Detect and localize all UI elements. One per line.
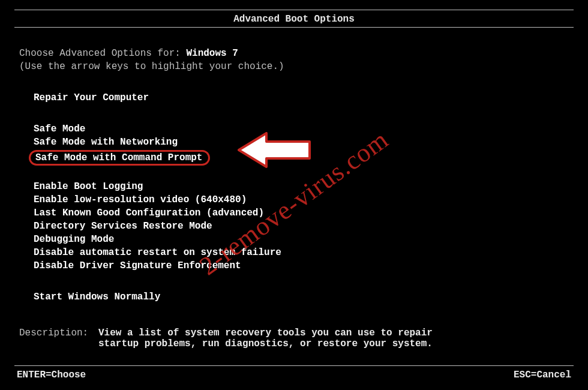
annotation-arrow-icon <box>235 128 313 172</box>
description-label: Description: <box>19 328 98 349</box>
footer-esc: ESC=Cancel <box>514 370 571 380</box>
option-disable-auto-restart[interactable]: Disable automatic restart on system fail… <box>34 246 569 259</box>
description-row: Description: View a list of system recov… <box>19 304 569 349</box>
description-text: View a list of system recovery tools you… <box>98 328 434 349</box>
choose-line: Choose Advanced Options for: Windows 7 <box>19 47 569 60</box>
option-debugging-mode[interactable]: Debugging Mode <box>34 233 569 246</box>
option-disable-driver-sig[interactable]: Disable Driver Signature Enforcement <box>34 259 569 272</box>
choose-prefix: Choose Advanced Options for: <box>19 48 186 59</box>
os-name: Windows 7 <box>186 48 238 59</box>
option-ds-restore-mode[interactable]: Directory Services Restore Mode <box>34 220 569 233</box>
option-last-known-good[interactable]: Last Known Good Configuration (advanced) <box>34 206 569 220</box>
hint-line: (Use the arrow keys to highlight your ch… <box>19 60 569 73</box>
svg-marker-0 <box>239 133 310 167</box>
footer-enter: ENTER=Choose <box>17 370 86 380</box>
option-low-res-video[interactable]: Enable low-resolution video (640x480) <box>34 193 569 206</box>
option-repair-your-computer[interactable]: Repair Your Computer <box>34 91 569 104</box>
option-enable-boot-logging[interactable]: Enable Boot Logging <box>34 180 569 193</box>
option-start-normally[interactable]: Start Windows Normally <box>34 290 569 304</box>
page-title: Advanced Boot Options <box>14 10 574 27</box>
option-safe-mode-cmd[interactable]: Safe Mode with Command Prompt <box>29 150 210 166</box>
